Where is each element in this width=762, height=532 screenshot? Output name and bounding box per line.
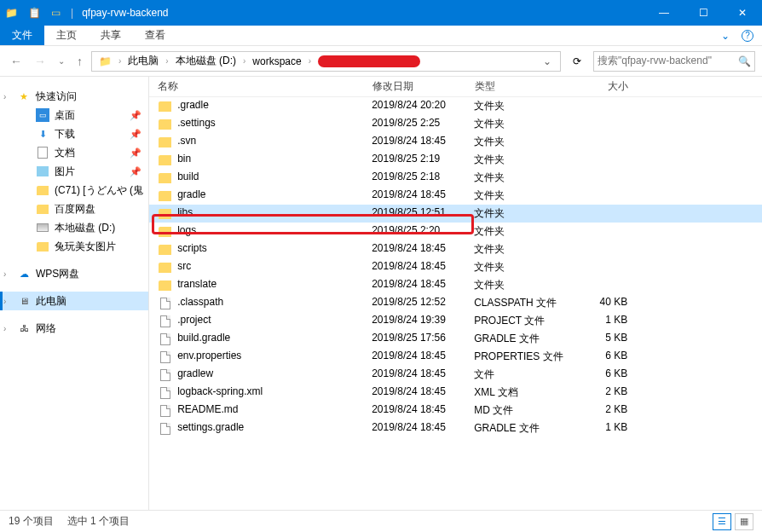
file-date: 2019/8/24 18:45 bbox=[372, 242, 474, 257]
file-row[interactable]: .gradle2019/8/24 20:20文件夹 bbox=[149, 97, 762, 115]
file-size bbox=[574, 224, 634, 239]
nav-arrows: ← → ⌄ ↑ bbox=[7, 55, 86, 68]
search-icon[interactable]: 🔍 bbox=[738, 55, 751, 67]
bc-redacted[interactable] bbox=[313, 52, 425, 71]
file-row[interactable]: translate2019/8/24 18:45文件夹 bbox=[149, 276, 762, 294]
icons-view-button[interactable]: ▦ bbox=[735, 513, 753, 530]
file-name: .gradle bbox=[177, 99, 372, 113]
pin-icon: 📌 bbox=[130, 147, 141, 159]
download-icon: ⬇ bbox=[36, 127, 49, 141]
file-size: 2 KB bbox=[574, 385, 634, 400]
file-date: 2019/8/24 18:45 bbox=[372, 188, 474, 203]
file-row[interactable]: env.properties2019/8/24 18:45PROPERTIES … bbox=[149, 348, 762, 366]
minimize-button[interactable]: — bbox=[644, 0, 684, 26]
ribbon-expand-icon[interactable]: ⌄ ? bbox=[721, 26, 762, 45]
qat: 📁 📋 ▭ | bbox=[0, 7, 73, 19]
file-date: 2019/8/25 2:25 bbox=[372, 117, 474, 131]
bc-this-pc[interactable]: 此电脑 bbox=[123, 52, 164, 71]
file-type: PROJECT 文件 bbox=[474, 314, 574, 328]
nav-documents[interactable]: 文档📌 bbox=[0, 143, 148, 162]
nav-rabbit[interactable]: 兔玩美女图片 bbox=[0, 237, 148, 256]
nav-baidu[interactable]: 百度网盘 bbox=[0, 200, 148, 218]
bc-workspace[interactable]: workspace bbox=[247, 52, 306, 71]
tab-home[interactable]: 主页 bbox=[44, 26, 89, 45]
file-name: build bbox=[177, 171, 372, 185]
file-date: 2019/8/24 18:45 bbox=[372, 278, 474, 292]
chevron-right-icon[interactable]: › bbox=[117, 56, 123, 66]
file-name: .settings bbox=[177, 117, 372, 131]
file-size bbox=[574, 153, 634, 167]
folder-icon bbox=[158, 261, 172, 275]
col-size[interactable]: 大小 bbox=[575, 79, 635, 94]
details-view-button[interactable]: ☰ bbox=[713, 513, 731, 530]
bc-drive[interactable]: 本地磁盘 (D:) bbox=[170, 52, 241, 71]
folder-icon bbox=[158, 153, 172, 167]
col-name[interactable]: 名称 bbox=[149, 79, 372, 94]
bc-dropdown[interactable]: ⌄ bbox=[536, 55, 558, 67]
tab-view[interactable]: 查看 bbox=[133, 26, 177, 45]
column-headers: 名称 修改日期 类型 大小 bbox=[149, 77, 762, 97]
nav-local-d[interactable]: 本地磁盘 (D:) bbox=[0, 218, 148, 237]
forward-button[interactable]: → bbox=[34, 55, 46, 68]
folder-icon bbox=[158, 118, 172, 131]
file-row[interactable]: bin2019/8/25 2:19文件夹 bbox=[149, 151, 762, 169]
file-row[interactable]: .settings2019/8/25 2:25文件夹 bbox=[149, 115, 762, 133]
folder-icon bbox=[158, 225, 172, 239]
file-date: 2019/8/25 2:18 bbox=[372, 171, 474, 185]
refresh-button[interactable]: ⟳ bbox=[566, 51, 588, 72]
tab-file[interactable]: 文件 bbox=[0, 26, 44, 45]
close-button[interactable]: ✕ bbox=[723, 0, 762, 26]
ribbon-tabs: 文件 主页 共享 查看 ⌄ ? bbox=[0, 26, 762, 46]
chevron-right-icon[interactable]: › bbox=[241, 56, 247, 66]
chevron-right-icon[interactable]: › bbox=[307, 56, 313, 66]
file-row[interactable]: gradlew2019/8/24 18:45文件6 KB bbox=[149, 366, 762, 384]
file-icon bbox=[158, 332, 172, 346]
file-row[interactable]: .classpath2019/8/25 12:52CLASSPATH 文件40 … bbox=[149, 294, 762, 312]
file-row[interactable]: src2019/8/24 18:45文件夹 bbox=[149, 258, 762, 276]
chevron-right-icon[interactable]: › bbox=[164, 56, 170, 66]
file-size: 1 KB bbox=[574, 314, 634, 328]
file-row[interactable]: .svn2019/8/24 18:45文件夹 bbox=[149, 133, 762, 151]
nav-this-pc[interactable]: ›🖥此电脑 bbox=[0, 292, 148, 310]
col-type[interactable]: 类型 bbox=[475, 79, 575, 94]
breadcrumb[interactable]: 📁 › 此电脑 › 本地磁盘 (D:) › workspace › ⌄ bbox=[91, 51, 561, 72]
folder-icon: 📁 bbox=[5, 7, 18, 19]
file-row[interactable]: build.gradle2019/8/25 17:56GRADLE 文件5 KB bbox=[149, 330, 762, 348]
file-date: 2019/8/24 20:20 bbox=[372, 99, 474, 113]
col-date[interactable]: 修改日期 bbox=[372, 79, 475, 94]
pin-icon[interactable]: 📋 bbox=[28, 7, 41, 19]
file-row[interactable]: gradle2019/8/24 18:45文件夹 bbox=[149, 187, 762, 205]
nav-downloads[interactable]: ⬇下载📌 bbox=[0, 124, 148, 143]
picture-icon bbox=[36, 165, 49, 178]
maximize-button[interactable]: ☐ bbox=[684, 0, 723, 26]
bc-folder-icon[interactable]: 📁 bbox=[94, 52, 117, 71]
file-row[interactable]: scripts2019/8/24 18:45文件夹 bbox=[149, 240, 762, 258]
nav-pictures[interactable]: 图片📌 bbox=[0, 162, 148, 181]
pin-icon: 📌 bbox=[130, 110, 141, 121]
file-row[interactable]: settings.gradle2019/8/24 18:45GRADLE 文件1… bbox=[149, 419, 762, 437]
up-button[interactable]: ↑ bbox=[77, 55, 83, 68]
eq-icon[interactable]: ▭ bbox=[51, 7, 61, 19]
folder-icon bbox=[36, 240, 49, 253]
file-date: 2019/8/24 18:45 bbox=[372, 135, 474, 149]
tab-share[interactable]: 共享 bbox=[89, 26, 133, 45]
file-date: 2019/8/24 18:45 bbox=[372, 260, 474, 275]
nav-c71[interactable]: (C71) [うどんや (鬼 bbox=[0, 181, 148, 200]
file-row[interactable]: libs2019/8/25 12:51文件夹 bbox=[149, 205, 762, 223]
file-row[interactable]: logs2019/8/25 2:20文件夹 bbox=[149, 223, 762, 240]
file-type: MD 文件 bbox=[474, 403, 574, 418]
nav-desktop[interactable]: ▭桌面📌 bbox=[0, 106, 148, 124]
back-button[interactable]: ← bbox=[10, 55, 22, 68]
file-row[interactable]: .project2019/8/24 19:39PROJECT 文件1 KB bbox=[149, 312, 762, 330]
nav-wps[interactable]: ›☁WPS网盘 bbox=[0, 264, 148, 283]
address-bar: ← → ⌄ ↑ 📁 › 此电脑 › 本地磁盘 (D:) › workspace … bbox=[0, 46, 762, 77]
file-size bbox=[574, 260, 634, 275]
search-input[interactable]: 搜索"qfpay-rvw-backend" 🔍 bbox=[593, 51, 755, 72]
recent-button[interactable]: ⌄ bbox=[58, 56, 65, 66]
file-icon bbox=[158, 422, 172, 436]
nav-quick-access[interactable]: ›★快速访问 bbox=[0, 87, 148, 106]
file-row[interactable]: README.md2019/8/24 18:45MD 文件2 KB bbox=[149, 402, 762, 419]
file-row[interactable]: logback-spring.xml2019/8/24 18:45XML 文档2… bbox=[149, 384, 762, 402]
nav-network[interactable]: ›🖧网络 bbox=[0, 319, 148, 338]
file-row[interactable]: build2019/8/25 2:18文件夹 bbox=[149, 169, 762, 187]
